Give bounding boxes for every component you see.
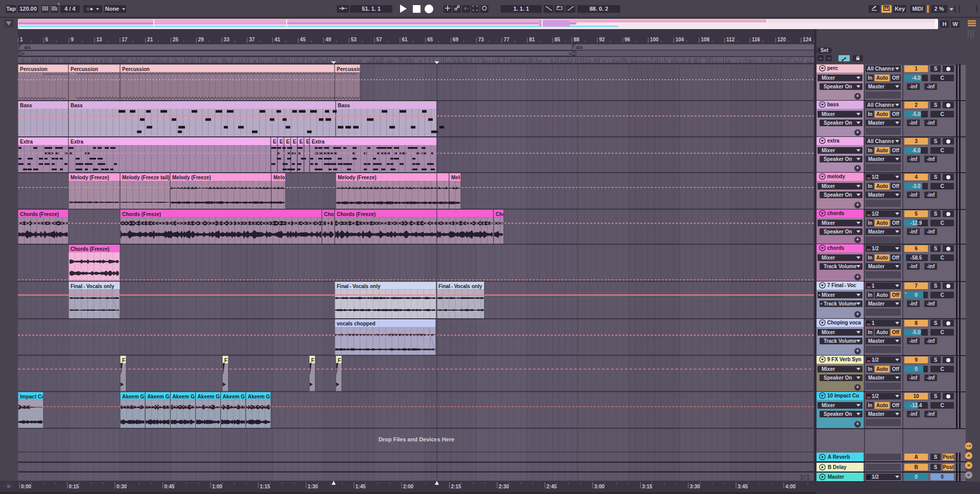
svg-text:104: 104 [675,37,684,42]
svg-text:81: 81 [529,37,535,42]
svg-text:Percussion: Percussion [71,66,98,72]
svg-text:2:15: 2:15 [451,484,461,489]
svg-text:1:45: 1:45 [356,484,366,489]
svg-text:3:45: 3:45 [738,484,748,489]
svg-text:Melody (Freeze tail): Melody (Freeze tail) [122,175,170,180]
svg-text:Bass: Bass [71,103,83,108]
svg-text:Final - Vocals only: Final - Vocals only [438,284,482,289]
svg-text:9: 9 [71,37,74,42]
svg-text:108: 108 [701,37,710,42]
svg-text:73: 73 [478,37,484,42]
svg-text:Akeem Gr: Akeem Gr [147,394,171,399]
svg-text:1:30: 1:30 [308,484,318,489]
svg-text:53: 53 [351,37,357,42]
svg-text:Akeem Gr: Akeem Gr [198,394,222,399]
svg-text:45: 45 [300,37,306,42]
svg-text:1:15: 1:15 [260,484,270,489]
svg-text:29: 29 [198,37,204,42]
svg-text:120: 120 [777,37,786,42]
svg-text:Melody (Freeze): Melody (Freeze) [71,175,109,180]
svg-text:Akeem Gr: Akeem Gr [122,394,146,399]
svg-text:4:00: 4:00 [785,484,796,489]
svg-text:Percussion: Percussion [122,66,150,72]
svg-text:Chords (Freeze): Chords (Freeze) [71,246,109,252]
svg-text:112: 112 [727,37,735,42]
svg-text:13: 13 [97,37,103,42]
svg-text:Bass: Bass [20,103,32,108]
svg-text:Final - Vocals only: Final - Vocals only [71,284,114,289]
svg-text:4/4: 4/4 [576,45,582,50]
svg-text:85: 85 [554,37,561,42]
svg-text:41: 41 [274,37,281,42]
svg-text:Extra: Extra [312,139,324,145]
svg-text:49: 49 [325,37,332,42]
svg-text:Melody (Freeze): Melody (Freeze) [172,175,211,180]
svg-text:25: 25 [173,37,179,42]
svg-text:65: 65 [427,37,433,42]
svg-text:Chords (Freeze): Chords (Freeze) [20,211,59,217]
svg-text:0:45: 0:45 [165,484,175,489]
svg-text:69: 69 [453,37,459,42]
svg-text:4/4: 4/4 [24,45,31,50]
svg-text:57: 57 [377,37,383,42]
svg-text:Percussio: Percussio [337,66,361,72]
svg-text:Melody (Freeze): Melody (Freeze) [338,175,377,180]
svg-text:2:00: 2:00 [403,484,413,489]
svg-text:5: 5 [45,37,49,42]
svg-text:0:15: 0:15 [69,484,79,489]
svg-text:Bass: Bass [338,103,350,108]
svg-text:Final - Vocals only: Final - Vocals only [337,284,381,289]
svg-text:Chords (Freeze): Chords (Freeze) [122,211,161,217]
svg-text:≈: ≈ [7,483,11,490]
svg-text:3:15: 3:15 [642,484,652,489]
svg-text:21: 21 [147,37,153,42]
svg-text:3:00: 3:00 [594,484,604,489]
svg-text:37: 37 [249,37,255,42]
svg-text:1: 1 [20,37,23,42]
svg-text:Akeem Gr: Akeem Gr [248,394,272,399]
svg-text:77: 77 [504,37,510,42]
svg-text:Impact Cu: Impact Cu [20,394,44,399]
svg-text:Extra: Extra [71,139,83,145]
svg-text:17: 17 [122,37,128,42]
svg-text:1:00: 1:00 [212,484,222,489]
svg-text:2:30: 2:30 [499,484,509,489]
svg-text:Melo: Melo [273,175,285,180]
svg-text:Akeem Gr: Akeem Gr [223,394,247,399]
svg-text:61: 61 [402,37,408,42]
svg-text:3:30: 3:30 [690,484,700,489]
svg-text:Akeem Gr: Akeem Gr [172,394,196,399]
svg-text:124: 124 [803,37,811,42]
svg-text:88: 88 [574,37,580,42]
svg-text:Percussion: Percussion [20,66,48,72]
svg-text:33: 33 [224,37,230,42]
svg-text:96: 96 [624,37,631,42]
svg-text:116: 116 [752,37,760,42]
svg-text:92: 92 [599,37,605,42]
svg-text:Extra: Extra [20,139,33,145]
svg-text:2:45: 2:45 [547,484,557,489]
svg-text:vocals chopped: vocals chopped [337,321,376,326]
svg-text:Chor: Chor [324,211,336,217]
svg-text:100: 100 [650,37,659,42]
svg-text:Chords (Freeze): Chords (Freeze) [337,211,376,217]
svg-text:0:30: 0:30 [116,484,127,489]
svg-text:0:00: 0:00 [21,484,31,489]
